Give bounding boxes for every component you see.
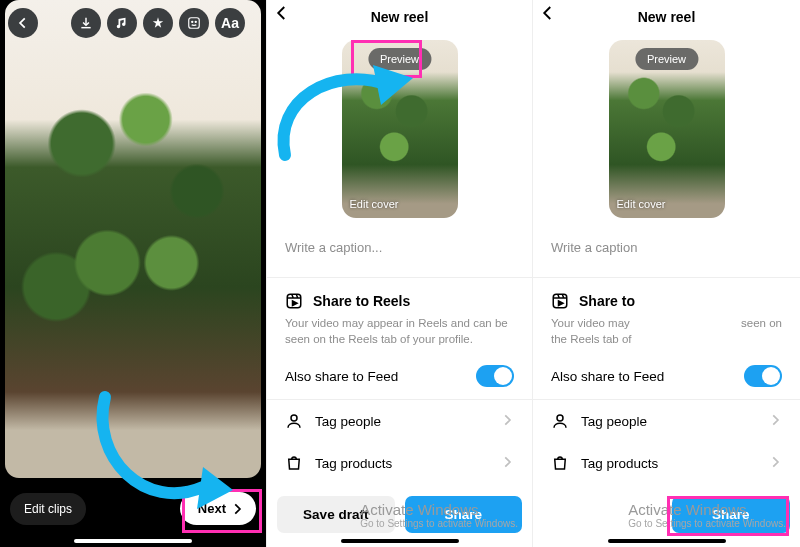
- page-title: New reel: [638, 9, 696, 25]
- share-to-heading: Share to: [579, 293, 635, 309]
- tag-products-label: Tag products: [315, 456, 392, 471]
- effects-icon[interactable]: [143, 8, 173, 38]
- bottom-button-bar: Save draft Share: [277, 496, 522, 533]
- edit-cover-button[interactable]: Edit cover: [617, 198, 666, 210]
- svg-point-2: [192, 21, 193, 22]
- svg-marker-0: [153, 17, 164, 28]
- reels-icon: [551, 292, 569, 310]
- annotation-arrow-to-next: [85, 387, 235, 527]
- home-indicator: [341, 539, 459, 543]
- tag-people-label: Tag people: [581, 414, 647, 429]
- svg-point-7: [291, 415, 297, 421]
- edit-clips-button[interactable]: Edit clips: [10, 493, 86, 525]
- share-button[interactable]: Share: [405, 496, 523, 533]
- share-to-reels-subtext: Your video may appear in Reels and can b…: [285, 316, 514, 347]
- caption-input[interactable]: Write a caption...: [267, 224, 532, 277]
- tag-people-label: Tag people: [315, 414, 381, 429]
- also-share-to-feed-toggle[interactable]: [476, 365, 514, 387]
- also-share-to-feed-row: Also share to Feed: [267, 353, 532, 399]
- also-share-to-feed-label: Also share to Feed: [551, 369, 664, 384]
- share-to-reels-heading: Share to Reels: [313, 293, 410, 309]
- tag-products-label: Tag products: [581, 456, 658, 471]
- save-draft-button[interactable]: Save draft: [277, 496, 395, 533]
- chevron-right-icon: [768, 413, 782, 430]
- svg-marker-6: [293, 301, 298, 306]
- text-icon[interactable]: Aa: [215, 8, 245, 38]
- music-icon[interactable]: [107, 8, 137, 38]
- caption-input[interactable]: Write a caption: [533, 224, 800, 277]
- reel-cover-thumbnail[interactable]: Preview Edit cover: [609, 40, 725, 218]
- tag-products-row[interactable]: Tag products: [533, 442, 800, 484]
- panel-new-reel-b: New reel Preview Edit cover Write a capt…: [533, 0, 800, 547]
- page-title: New reel: [371, 9, 429, 25]
- svg-rect-1: [189, 18, 200, 29]
- share-subtext-left: Your video may the Reels tab of: [551, 316, 632, 347]
- back-icon[interactable]: [273, 4, 291, 26]
- share-button[interactable]: Share: [672, 496, 791, 533]
- home-indicator: [74, 539, 192, 543]
- preview-button[interactable]: Preview: [635, 48, 698, 70]
- nav-bar: New reel: [533, 0, 800, 28]
- svg-marker-4: [197, 467, 233, 509]
- tag-people-row[interactable]: Tag people: [267, 400, 532, 442]
- tag-products-row[interactable]: Tag products: [267, 442, 532, 484]
- chevron-right-icon: [768, 455, 782, 472]
- annotation-arrow-to-preview: [273, 60, 423, 190]
- also-share-to-feed-toggle[interactable]: [744, 365, 782, 387]
- sticker-icon[interactable]: [179, 8, 209, 38]
- chevron-right-icon: [500, 455, 514, 472]
- editor-top-toolbar: Aa: [8, 6, 258, 40]
- back-icon[interactable]: [8, 8, 38, 38]
- panel-camera-editor: Aa Edit clips Next: [0, 0, 266, 547]
- tag-people-row[interactable]: Tag people: [533, 400, 800, 442]
- shopping-bag-icon: [551, 454, 569, 472]
- also-share-to-feed-label: Also share to Feed: [285, 369, 398, 384]
- svg-point-3: [195, 21, 196, 22]
- shopping-bag-icon: [285, 454, 303, 472]
- back-icon[interactable]: [539, 4, 557, 26]
- svg-marker-9: [559, 301, 564, 306]
- home-indicator: [608, 539, 726, 543]
- reels-icon: [285, 292, 303, 310]
- download-icon[interactable]: [71, 8, 101, 38]
- share-to-section: Share to Your video may the Reels tab of…: [533, 278, 800, 353]
- person-icon: [285, 412, 303, 430]
- share-to-reels-section: Share to Reels Your video may appear in …: [267, 278, 532, 353]
- share-subtext-right: seen on: [741, 316, 782, 347]
- edit-cover-button[interactable]: Edit cover: [350, 198, 399, 210]
- chevron-right-icon: [500, 413, 514, 430]
- svg-point-10: [557, 415, 563, 421]
- svg-marker-11: [373, 65, 413, 105]
- nav-bar: New reel: [267, 0, 532, 28]
- also-share-to-feed-row: Also share to Feed: [533, 353, 800, 399]
- person-icon: [551, 412, 569, 430]
- bottom-button-bar: Share: [543, 496, 790, 533]
